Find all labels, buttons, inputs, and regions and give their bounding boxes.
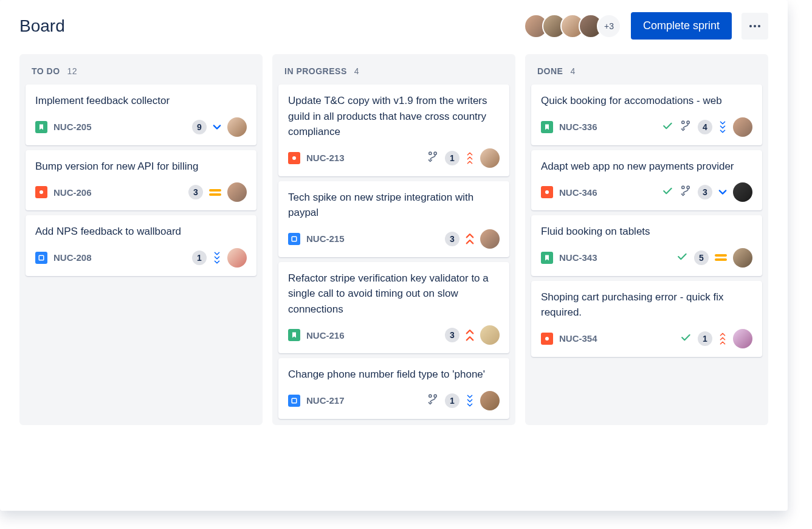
- assignee-avatar[interactable]: [733, 248, 752, 268]
- avatar-more[interactable]: +3: [597, 14, 621, 38]
- issue-type-icon: [541, 121, 553, 133]
- done-check-icon: [661, 120, 673, 134]
- priority-icon: [466, 233, 474, 245]
- branch-icon: [427, 151, 439, 165]
- issue-card[interactable]: Refactor stripe verification key validat…: [278, 262, 509, 354]
- column-title: DONE: [537, 66, 563, 76]
- story-points-badge: 4: [698, 120, 712, 134]
- issue-type-icon: [288, 329, 300, 341]
- svg-point-9: [682, 121, 684, 123]
- story-points-badge: 1: [445, 151, 459, 165]
- issue-card[interactable]: Shoping cart purchasing error - quick fi…: [531, 281, 762, 357]
- column-title: TO DO: [32, 66, 60, 76]
- assignee-avatar[interactable]: [733, 329, 752, 348]
- done-check-icon: [661, 185, 673, 199]
- assignee-avatar[interactable]: [227, 182, 247, 202]
- issue-type-icon: [35, 252, 47, 264]
- column-count: 4: [570, 66, 575, 76]
- issue-type-icon: [35, 186, 47, 198]
- svg-point-12: [682, 186, 684, 188]
- svg-point-3: [429, 152, 432, 154]
- issue-type-icon: [35, 121, 47, 133]
- column-header: IN PROGRESS4: [278, 54, 509, 85]
- issue-key: NUC-346: [559, 187, 597, 198]
- assignee-avatar[interactable]: [480, 325, 500, 345]
- assignee-avatar[interactable]: [480, 391, 500, 410]
- more-icon: [754, 25, 756, 27]
- assignee-avatar[interactable]: [480, 148, 500, 168]
- done-check-icon: [676, 251, 688, 265]
- complete-sprint-button[interactable]: Complete sprint: [631, 12, 732, 40]
- column: DONE4 Quick booking for accomodations - …: [525, 54, 768, 425]
- issue-key: NUC-215: [306, 233, 345, 244]
- issue-key: NUC-217: [306, 395, 345, 406]
- card-title: Add NPS feedback to wallboard: [35, 224, 247, 240]
- column: TO DO12 Implement feedback collector NUC…: [19, 54, 263, 425]
- issue-card[interactable]: Tech spike on new stripe integration wit…: [278, 181, 509, 257]
- svg-point-7: [429, 395, 432, 397]
- column-count: 12: [67, 66, 78, 76]
- issue-type-icon: [541, 186, 553, 198]
- issue-card[interactable]: Change phone number field type to 'phone…: [278, 358, 509, 419]
- done-check-icon: [680, 331, 692, 346]
- priority-icon: [466, 329, 474, 341]
- svg-point-10: [687, 121, 689, 123]
- story-points-badge: 1: [445, 393, 459, 408]
- assignee-avatar[interactable]: [733, 182, 752, 202]
- assignee-avatar[interactable]: [733, 117, 752, 137]
- branch-icon: [680, 120, 692, 134]
- column-count: 4: [354, 66, 359, 76]
- priority-icon: [715, 254, 727, 261]
- issue-key: NUC-213: [306, 153, 345, 163]
- card-title: Adapt web app no new payments provider: [541, 159, 752, 175]
- page-title: Board: [19, 16, 65, 36]
- card-title: Shoping cart purchasing error - quick fi…: [541, 289, 752, 320]
- issue-type-icon: [288, 233, 300, 245]
- priority-icon: [718, 186, 727, 198]
- assignee-avatar[interactable]: [480, 229, 500, 249]
- svg-point-8: [434, 395, 436, 397]
- column: IN PROGRESS4 Update T&C copy with v1.9 f…: [272, 54, 515, 425]
- column-header: DONE4: [531, 54, 762, 85]
- issue-key: NUC-336: [559, 122, 597, 132]
- issue-type-icon: [288, 395, 300, 407]
- issue-card[interactable]: Quick booking for accomodations - web NU…: [531, 85, 762, 145]
- card-title: Implement feedback collector: [35, 93, 247, 109]
- issue-key: NUC-354: [559, 333, 597, 344]
- priority-icon: [466, 152, 474, 164]
- assignee-avatar[interactable]: [227, 117, 247, 137]
- issue-card[interactable]: Bump version for new API for billing NUC…: [26, 150, 256, 211]
- column-title: IN PROGRESS: [284, 66, 347, 76]
- priority-icon: [466, 395, 474, 407]
- card-title: Refactor stripe verification key validat…: [288, 271, 500, 317]
- svg-point-14: [545, 337, 549, 341]
- issue-card[interactable]: Update T&C copy with v1.9 from the write…: [278, 85, 509, 176]
- assignee-avatar[interactable]: [227, 248, 247, 268]
- issue-card[interactable]: Implement feedback collector NUC-205 9: [26, 85, 256, 145]
- priority-icon: [209, 189, 221, 196]
- svg-point-13: [687, 186, 689, 188]
- story-points-badge: 3: [188, 185, 203, 199]
- svg-point-11: [545, 190, 549, 194]
- priority-icon: [213, 252, 221, 264]
- issue-card[interactable]: Fluid booking on tablets NUC-343 5: [531, 215, 762, 276]
- more-icon: [749, 25, 752, 27]
- issue-key: NUC-206: [53, 187, 92, 198]
- issue-card[interactable]: Add NPS feedback to wallboard NUC-208 1: [26, 215, 256, 276]
- svg-rect-1: [39, 255, 44, 260]
- issue-card[interactable]: Adapt web app no new payments provider N…: [531, 150, 762, 211]
- svg-point-0: [40, 190, 43, 194]
- card-title: Fluid booking on tablets: [541, 224, 752, 240]
- issue-key: NUC-205: [53, 122, 92, 132]
- story-points-badge: 3: [445, 232, 459, 246]
- assignee-avatars[interactable]: +3: [524, 14, 621, 38]
- column-header: TO DO12: [26, 54, 256, 85]
- story-points-badge: 9: [192, 120, 207, 134]
- card-title: Change phone number field type to 'phone…: [288, 367, 500, 382]
- more-actions-button[interactable]: [741, 13, 768, 40]
- card-title: Quick booking for accomodations - web: [541, 93, 752, 109]
- story-points-badge: 1: [192, 251, 207, 265]
- story-points-badge: 3: [698, 185, 712, 199]
- svg-rect-6: [292, 398, 297, 403]
- issue-key: NUC-343: [559, 252, 597, 263]
